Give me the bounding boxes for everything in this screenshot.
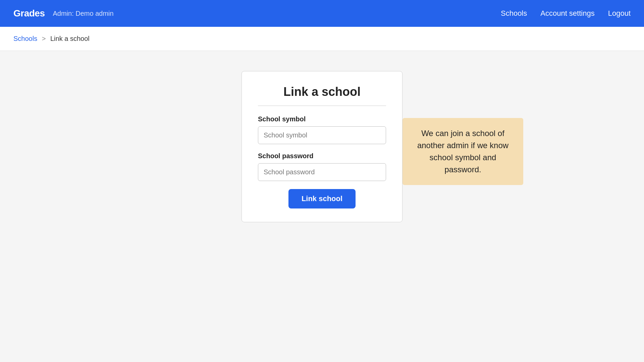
nav-schools[interactable]: Schools xyxy=(501,9,527,18)
logo: Grades xyxy=(13,8,45,19)
school-symbol-group: School symbol xyxy=(258,115,386,144)
info-box: We can join a school of another admin if… xyxy=(402,118,523,185)
breadcrumb-parent[interactable]: Schools xyxy=(13,35,37,42)
school-symbol-label: School symbol xyxy=(258,115,386,123)
school-password-label: School password xyxy=(258,152,386,160)
header-nav: Schools Account settings Logout xyxy=(501,9,631,18)
breadcrumb-separator: > xyxy=(42,35,46,42)
header-left: Grades Admin: Demo admin xyxy=(13,8,114,19)
school-password-input[interactable] xyxy=(258,163,386,181)
school-password-group: School password xyxy=(258,152,386,181)
info-box-text: We can join a school of another admin if… xyxy=(413,127,513,176)
breadcrumb-current: Link a school xyxy=(50,35,90,42)
breadcrumb: Schools > Link a school xyxy=(0,27,644,51)
main-content: Link a school School symbol School passw… xyxy=(0,51,644,242)
form-divider xyxy=(258,106,386,106)
link-school-button[interactable]: Link school xyxy=(288,189,356,208)
form-title: Link a school xyxy=(258,85,386,99)
nav-account-settings[interactable]: Account settings xyxy=(540,9,594,18)
school-symbol-input[interactable] xyxy=(258,126,386,144)
nav-logout[interactable]: Logout xyxy=(608,9,631,18)
admin-label: Admin: Demo admin xyxy=(53,10,114,17)
header: Grades Admin: Demo admin Schools Account… xyxy=(0,0,644,27)
link-school-form-card: Link a school School symbol School passw… xyxy=(241,71,402,222)
